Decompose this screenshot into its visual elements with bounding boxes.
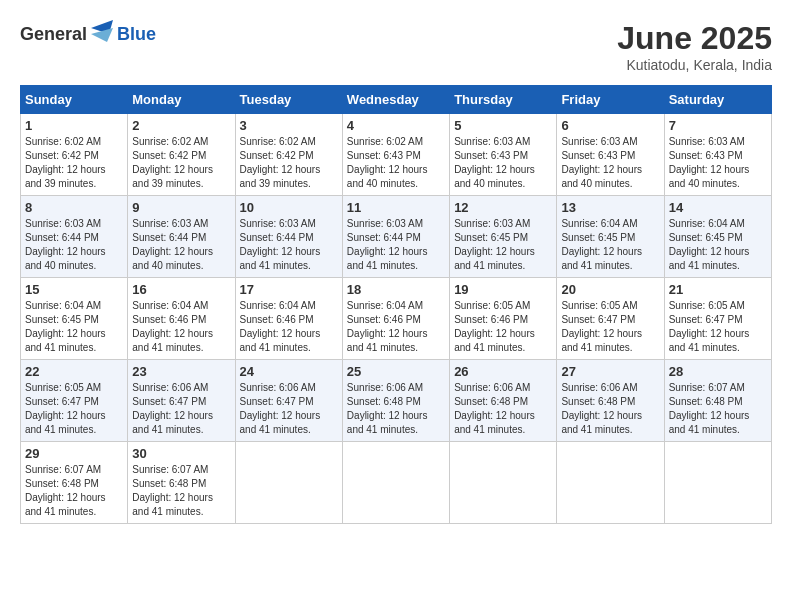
table-row: 6Sunrise: 6:03 AM Sunset: 6:43 PM Daylig… [557,114,664,196]
day-number: 2 [132,118,230,133]
day-number: 27 [561,364,659,379]
col-tuesday: Tuesday [235,86,342,114]
table-row: 2Sunrise: 6:02 AM Sunset: 6:42 PM Daylig… [128,114,235,196]
day-number: 3 [240,118,338,133]
page: General Blue June 2025 Kutiatodu, Kerala… [0,0,792,612]
col-friday: Friday [557,86,664,114]
day-number: 14 [669,200,767,215]
day-number: 25 [347,364,445,379]
calendar-table: Sunday Monday Tuesday Wednesday Thursday… [20,85,772,524]
day-content: Sunrise: 6:07 AM Sunset: 6:48 PM Dayligh… [669,381,767,437]
table-row: 19Sunrise: 6:05 AM Sunset: 6:46 PM Dayli… [450,278,557,360]
day-number: 24 [240,364,338,379]
day-number: 28 [669,364,767,379]
table-row: 25Sunrise: 6:06 AM Sunset: 6:48 PM Dayli… [342,360,449,442]
day-number: 17 [240,282,338,297]
day-content: Sunrise: 6:03 AM Sunset: 6:44 PM Dayligh… [347,217,445,273]
table-row [235,442,342,524]
table-row: 26Sunrise: 6:06 AM Sunset: 6:48 PM Dayli… [450,360,557,442]
day-number: 6 [561,118,659,133]
day-number: 16 [132,282,230,297]
table-row: 20Sunrise: 6:05 AM Sunset: 6:47 PM Dayli… [557,278,664,360]
table-row: 15Sunrise: 6:04 AM Sunset: 6:45 PM Dayli… [21,278,128,360]
title-block: June 2025 Kutiatodu, Kerala, India [617,20,772,73]
day-content: Sunrise: 6:03 AM Sunset: 6:44 PM Dayligh… [25,217,123,273]
table-row: 17Sunrise: 6:04 AM Sunset: 6:46 PM Dayli… [235,278,342,360]
day-number: 13 [561,200,659,215]
col-wednesday: Wednesday [342,86,449,114]
day-number: 29 [25,446,123,461]
day-number: 7 [669,118,767,133]
day-content: Sunrise: 6:04 AM Sunset: 6:45 PM Dayligh… [561,217,659,273]
day-content: Sunrise: 6:06 AM Sunset: 6:47 PM Dayligh… [132,381,230,437]
table-row: 3Sunrise: 6:02 AM Sunset: 6:42 PM Daylig… [235,114,342,196]
table-row [342,442,449,524]
day-number: 1 [25,118,123,133]
col-saturday: Saturday [664,86,771,114]
table-row: 9Sunrise: 6:03 AM Sunset: 6:44 PM Daylig… [128,196,235,278]
day-content: Sunrise: 6:03 AM Sunset: 6:45 PM Dayligh… [454,217,552,273]
table-row: 7Sunrise: 6:03 AM Sunset: 6:43 PM Daylig… [664,114,771,196]
day-content: Sunrise: 6:06 AM Sunset: 6:48 PM Dayligh… [347,381,445,437]
table-row: 11Sunrise: 6:03 AM Sunset: 6:44 PM Dayli… [342,196,449,278]
day-number: 12 [454,200,552,215]
table-row: 28Sunrise: 6:07 AM Sunset: 6:48 PM Dayli… [664,360,771,442]
col-monday: Monday [128,86,235,114]
table-row [450,442,557,524]
day-number: 8 [25,200,123,215]
day-number: 11 [347,200,445,215]
day-content: Sunrise: 6:03 AM Sunset: 6:43 PM Dayligh… [454,135,552,191]
day-content: Sunrise: 6:05 AM Sunset: 6:47 PM Dayligh… [561,299,659,355]
logo: General Blue [20,20,156,48]
col-thursday: Thursday [450,86,557,114]
day-content: Sunrise: 6:06 AM Sunset: 6:48 PM Dayligh… [454,381,552,437]
day-content: Sunrise: 6:04 AM Sunset: 6:46 PM Dayligh… [132,299,230,355]
day-number: 22 [25,364,123,379]
day-content: Sunrise: 6:02 AM Sunset: 6:42 PM Dayligh… [240,135,338,191]
day-number: 23 [132,364,230,379]
logo-general-text: General [20,24,87,45]
day-content: Sunrise: 6:02 AM Sunset: 6:42 PM Dayligh… [132,135,230,191]
logo-blue-text: Blue [117,24,156,45]
day-number: 4 [347,118,445,133]
day-content: Sunrise: 6:06 AM Sunset: 6:47 PM Dayligh… [240,381,338,437]
table-row: 30Sunrise: 6:07 AM Sunset: 6:48 PM Dayli… [128,442,235,524]
calendar-header-row: Sunday Monday Tuesday Wednesday Thursday… [21,86,772,114]
day-number: 9 [132,200,230,215]
day-number: 26 [454,364,552,379]
day-number: 19 [454,282,552,297]
day-content: Sunrise: 6:07 AM Sunset: 6:48 PM Dayligh… [132,463,230,519]
day-number: 15 [25,282,123,297]
day-number: 5 [454,118,552,133]
logo-bird-icon [91,20,113,48]
table-row: 8Sunrise: 6:03 AM Sunset: 6:44 PM Daylig… [21,196,128,278]
table-row: 14Sunrise: 6:04 AM Sunset: 6:45 PM Dayli… [664,196,771,278]
day-number: 10 [240,200,338,215]
header: General Blue June 2025 Kutiatodu, Kerala… [20,20,772,73]
day-content: Sunrise: 6:03 AM Sunset: 6:43 PM Dayligh… [561,135,659,191]
day-content: Sunrise: 6:02 AM Sunset: 6:42 PM Dayligh… [25,135,123,191]
day-number: 20 [561,282,659,297]
day-content: Sunrise: 6:02 AM Sunset: 6:43 PM Dayligh… [347,135,445,191]
day-content: Sunrise: 6:03 AM Sunset: 6:44 PM Dayligh… [132,217,230,273]
month-title: June 2025 [617,20,772,57]
day-content: Sunrise: 6:05 AM Sunset: 6:47 PM Dayligh… [25,381,123,437]
table-row: 16Sunrise: 6:04 AM Sunset: 6:46 PM Dayli… [128,278,235,360]
table-row: 5Sunrise: 6:03 AM Sunset: 6:43 PM Daylig… [450,114,557,196]
day-number: 18 [347,282,445,297]
table-row: 24Sunrise: 6:06 AM Sunset: 6:47 PM Dayli… [235,360,342,442]
table-row: 29Sunrise: 6:07 AM Sunset: 6:48 PM Dayli… [21,442,128,524]
day-number: 30 [132,446,230,461]
day-content: Sunrise: 6:04 AM Sunset: 6:46 PM Dayligh… [347,299,445,355]
table-row: 4Sunrise: 6:02 AM Sunset: 6:43 PM Daylig… [342,114,449,196]
table-row: 10Sunrise: 6:03 AM Sunset: 6:44 PM Dayli… [235,196,342,278]
col-sunday: Sunday [21,86,128,114]
table-row [557,442,664,524]
day-content: Sunrise: 6:07 AM Sunset: 6:48 PM Dayligh… [25,463,123,519]
day-content: Sunrise: 6:05 AM Sunset: 6:46 PM Dayligh… [454,299,552,355]
day-content: Sunrise: 6:04 AM Sunset: 6:45 PM Dayligh… [669,217,767,273]
table-row: 18Sunrise: 6:04 AM Sunset: 6:46 PM Dayli… [342,278,449,360]
table-row: 12Sunrise: 6:03 AM Sunset: 6:45 PM Dayli… [450,196,557,278]
day-content: Sunrise: 6:06 AM Sunset: 6:48 PM Dayligh… [561,381,659,437]
day-content: Sunrise: 6:05 AM Sunset: 6:47 PM Dayligh… [669,299,767,355]
